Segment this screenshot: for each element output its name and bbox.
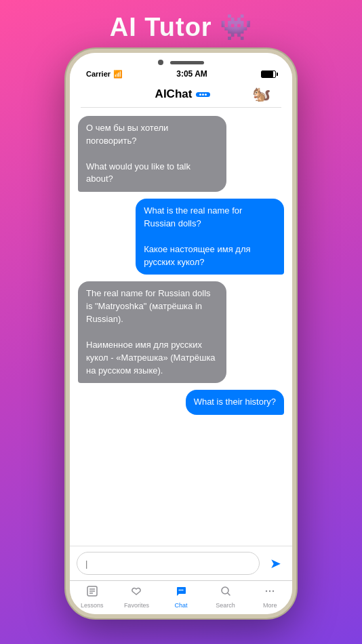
phone-sensors — [81, 60, 281, 65]
phone-frame: Carrier 📶 3:05 AM AIChat 🐿️ — [66, 49, 296, 618]
carrier-label: Carrier — [86, 70, 110, 78]
speaker-bar — [170, 61, 204, 64]
search-tab-icon — [220, 585, 232, 601]
nav-title-text: AIChat — [155, 87, 193, 101]
message-input[interactable] — [77, 552, 260, 575]
status-left: Carrier 📶 — [86, 70, 123, 79]
svg-line-8 — [228, 593, 230, 595]
tab-bar: LessonsFavoritesChatSearchMore — [70, 580, 292, 614]
chipmunk-emoji: 🐿️ — [252, 85, 270, 103]
status-right — [261, 71, 276, 78]
nav-title: AIChat — [155, 87, 211, 101]
bubble-dot-1 — [199, 94, 201, 96]
chat-area: О чем бы вы хотели поговорить? What woul… — [70, 108, 292, 546]
message-row: О чем бы вы хотели поговорить? What woul… — [78, 116, 284, 192]
tab-item-lessons[interactable]: Lessons — [75, 585, 110, 609]
svg-point-10 — [269, 590, 270, 592]
favorites-tab-label: Favorites — [124, 602, 149, 609]
message-bubble: The real name for Russian dolls is "Matr… — [78, 281, 226, 383]
more-tab-icon — [264, 585, 276, 601]
message-bubble: О чем бы вы хотели поговорить? What woul… — [78, 116, 226, 192]
message-bubble: What is their history? — [186, 390, 284, 415]
battery-icon — [261, 71, 276, 78]
send-arrow-icon: ➤ — [270, 555, 281, 571]
bubble-dot-2 — [202, 94, 204, 96]
tab-item-chat[interactable]: Chat — [163, 585, 199, 609]
message-row: The real name for Russian dolls is "Matr… — [78, 281, 284, 383]
tab-item-search[interactable]: Search — [208, 585, 243, 609]
input-area: ➤ — [70, 546, 292, 580]
status-bar: Carrier 📶 3:05 AM — [81, 68, 281, 81]
chat-tab-label: Chat — [174, 602, 187, 609]
svg-point-5 — [180, 590, 182, 591]
camera-dot — [158, 60, 163, 65]
lessons-tab-label: Lessons — [81, 602, 104, 609]
wifi-icon: 📶 — [113, 70, 123, 79]
message-row: What is their history? — [78, 390, 284, 415]
message-bubble: What is the real name for Russian dolls?… — [136, 199, 284, 275]
lessons-tab-icon — [86, 585, 98, 601]
svg-point-9 — [266, 590, 267, 592]
svg-point-11 — [273, 590, 274, 592]
favorites-tab-icon — [130, 585, 142, 601]
search-tab-label: Search — [216, 602, 235, 609]
tab-item-favorites[interactable]: Favorites — [119, 585, 154, 609]
bubble-dot-3 — [205, 94, 207, 96]
more-tab-label: More — [263, 602, 277, 609]
chat-tab-icon — [175, 585, 187, 601]
status-time: 3:05 AM — [176, 69, 207, 79]
svg-point-6 — [182, 590, 183, 591]
tab-item-more[interactable]: More — [252, 585, 287, 609]
svg-point-4 — [178, 590, 180, 591]
chat-bubble-nav-icon — [196, 92, 210, 97]
phone-top: Carrier 📶 3:05 AM AIChat 🐿️ — [70, 53, 292, 108]
message-row: What is the real name for Russian dolls?… — [78, 199, 284, 275]
app-title: AI Tutor 👾 — [0, 12, 362, 42]
battery-fill — [262, 71, 273, 77]
nav-bar: AIChat 🐿️ — [81, 81, 281, 108]
send-button[interactable]: ➤ — [265, 553, 285, 573]
